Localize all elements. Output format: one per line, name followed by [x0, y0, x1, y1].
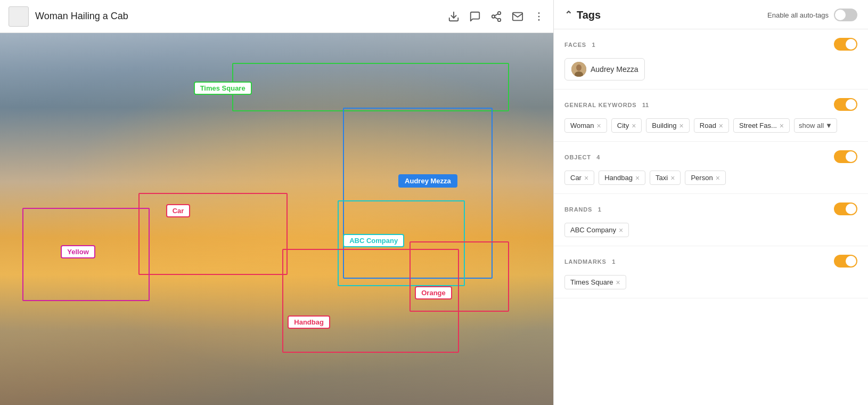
right-panel: ⌃ Tags Enable all auto-tags FACES 1 — [554, 0, 868, 405]
left-panel: Woman Hailing a Cab — [0, 0, 554, 405]
landmarks-section-header: LANDMARKS 1 — [564, 255, 857, 268]
remove-tag-road[interactable]: × — [719, 122, 723, 129]
remove-tag-city[interactable]: × — [632, 122, 636, 129]
face-name-audrey: Audrey Mezza — [591, 65, 638, 74]
comment-icon[interactable] — [469, 11, 481, 22]
image-area: Times Square Audrey Mezza Car Yellow ABC… — [0, 33, 553, 405]
times-square-label: Times Square — [194, 82, 252, 95]
brands-tags-row: ABC Company × — [564, 223, 857, 237]
tag-label-woman: Woman — [570, 122, 594, 129]
toolbar-icons — [448, 11, 545, 22]
object-label: OBJECT — [564, 154, 591, 160]
face-label: Audrey Mezza — [398, 174, 457, 188]
remove-tag-street-fashion[interactable]: × — [780, 122, 784, 129]
yellow-label: Yellow — [61, 245, 95, 258]
svg-point-7 — [538, 15, 540, 17]
remove-tag-taxi[interactable]: × — [670, 174, 675, 182]
remove-tag-car[interactable]: × — [584, 174, 588, 182]
brands-count: 1 — [598, 206, 601, 213]
tags-header: ⌃ Tags Enable all auto-tags — [554, 0, 868, 29]
tag-chip-building: Building × — [646, 118, 689, 133]
faces-label: FACES — [564, 42, 586, 48]
remove-tag-building[interactable]: × — [679, 122, 684, 129]
svg-line-5 — [495, 13, 498, 15]
tag-label-abc-company: ABC Company — [570, 226, 616, 234]
faces-section-header: FACES 1 — [564, 38, 857, 51]
tag-chip-taxi: Taxi × — [650, 171, 681, 185]
tags-title-container: ⌃ Tags — [564, 9, 601, 21]
faces-title-row: FACES 1 — [564, 39, 595, 49]
brands-title-row: BRANDS 1 — [564, 204, 601, 214]
brands-label: BRANDS — [564, 206, 592, 213]
faces-section: FACES 1 Audrey Mezza — [554, 29, 868, 90]
face-chip-audrey: Audrey Mezza — [564, 58, 645, 80]
object-section: OBJECT 4 Car × Handbag × Taxi × Person × — [554, 142, 868, 194]
svg-point-8 — [538, 19, 540, 21]
svg-point-6 — [538, 12, 540, 14]
general-keywords-section: GENERAL KEYWORDS 11 Woman × City × Build… — [554, 90, 868, 142]
tag-label-person: Person — [691, 174, 713, 182]
show-all-label: show all — [799, 122, 824, 129]
general-keywords-count: 11 — [642, 102, 649, 108]
object-tags-row: Car × Handbag × Taxi × Person × — [564, 171, 857, 185]
enable-auto-tags-container: Enable all auto-tags — [767, 9, 857, 21]
general-keywords-tags-row: Woman × City × Building × Road × Street … — [564, 118, 857, 133]
svg-point-10 — [576, 64, 582, 71]
object-section-header: OBJECT 4 — [564, 150, 857, 163]
landmarks-toggle[interactable] — [834, 255, 857, 268]
email-icon[interactable] — [512, 11, 523, 22]
landmarks-tags-row: Times Square × — [564, 275, 857, 289]
tag-chip-times-square: Times Square × — [564, 275, 626, 289]
landmarks-count: 1 — [612, 258, 615, 265]
show-all-button[interactable]: show all ▼ — [794, 118, 837, 133]
car-bbox — [138, 193, 288, 275]
tags-heading: Tags — [577, 9, 601, 21]
more-icon[interactable] — [533, 11, 545, 22]
object-toggle[interactable] — [834, 150, 857, 163]
image-thumbnail — [9, 6, 29, 27]
general-keywords-toggle[interactable] — [834, 98, 857, 111]
remove-tag-abc-company[interactable]: × — [619, 226, 623, 234]
general-keywords-title-row: GENERAL KEYWORDS 11 — [564, 100, 649, 109]
enable-auto-tags-label: Enable all auto-tags — [767, 11, 829, 19]
remove-tag-woman[interactable]: × — [597, 122, 601, 129]
tag-chip-street-fashion: Street Fas... × — [733, 118, 790, 133]
tag-label-handbag: Handbag — [604, 174, 633, 182]
brands-toggle[interactable] — [834, 203, 857, 215]
brands-section: BRANDS 1 ABC Company × — [554, 194, 868, 246]
enable-auto-tags-toggle[interactable] — [834, 9, 857, 21]
times-square-bbox — [232, 63, 509, 111]
faces-count: 1 — [592, 42, 595, 48]
car-label: Car — [166, 204, 191, 217]
share-icon[interactable] — [490, 11, 502, 22]
tag-label-road: Road — [700, 122, 716, 129]
chevron-up-icon: ⌃ — [564, 9, 572, 21]
remove-tag-person[interactable]: × — [716, 174, 720, 182]
tag-chip-road: Road × — [694, 118, 729, 133]
faces-toggle[interactable] — [834, 38, 857, 51]
tag-label-car: Car — [570, 174, 582, 182]
tag-chip-abc-company: ABC Company × — [564, 223, 629, 237]
faces-tags-row: Audrey Mezza — [564, 58, 857, 80]
tag-label-street-fashion: Street Fas... — [739, 122, 777, 129]
download-icon[interactable] — [448, 11, 460, 22]
tag-chip-handbag: Handbag × — [599, 171, 645, 185]
remove-tag-handbag[interactable]: × — [635, 174, 640, 182]
remove-tag-times-square[interactable]: × — [616, 279, 620, 286]
tag-chip-person: Person × — [685, 171, 725, 185]
tag-label-taxi: Taxi — [656, 174, 668, 182]
tag-label-building: Building — [652, 122, 676, 129]
general-keywords-header: GENERAL KEYWORDS 11 — [564, 98, 857, 111]
top-bar: Woman Hailing a Cab — [0, 0, 553, 33]
landmarks-section: LANDMARKS 1 Times Square × — [554, 246, 868, 298]
landmarks-label: LANDMARKS — [564, 258, 607, 265]
object-title-row: OBJECT 4 — [564, 152, 600, 161]
general-keywords-label: GENERAL KEYWORDS — [564, 102, 637, 108]
orange-bbox — [410, 241, 509, 312]
tag-chip-car: Car × — [564, 171, 594, 185]
face-avatar-audrey — [571, 62, 586, 77]
svg-line-4 — [495, 17, 498, 19]
landmarks-title-row: LANDMARKS 1 — [564, 256, 615, 266]
handbag-label: Handbag — [288, 315, 330, 329]
object-count: 4 — [596, 154, 600, 160]
